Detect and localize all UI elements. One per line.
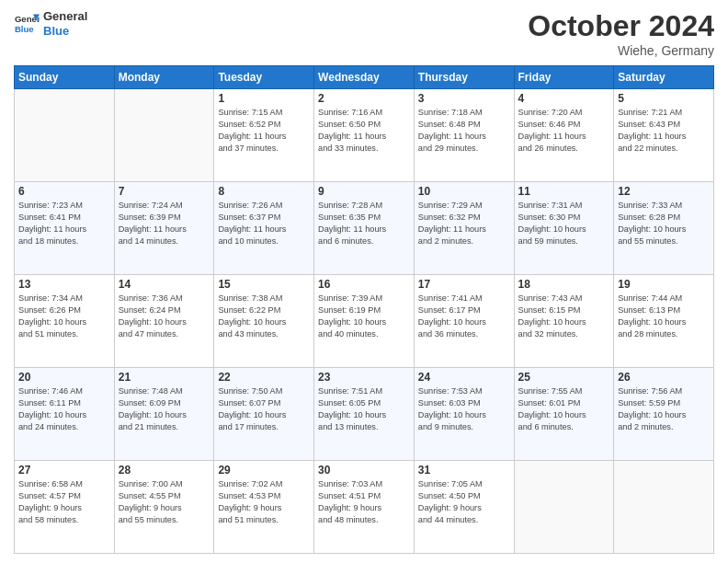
week-row-5: 27Sunrise: 6:58 AMSunset: 4:57 PMDayligh… (15, 461, 714, 554)
day-number: 12 (618, 185, 710, 198)
column-header-wednesday: Wednesday (314, 66, 415, 89)
day-number: 6 (18, 185, 110, 198)
column-header-friday: Friday (514, 66, 614, 89)
day-info: Sunrise: 7:53 AMSunset: 6:03 PMDaylight:… (418, 385, 510, 433)
calendar-cell: 2Sunrise: 7:16 AMSunset: 6:50 PMDaylight… (314, 89, 415, 182)
week-row-4: 20Sunrise: 7:46 AMSunset: 6:11 PMDayligh… (15, 368, 714, 461)
calendar-cell: 10Sunrise: 7:29 AMSunset: 6:32 PMDayligh… (414, 182, 514, 275)
calendar-cell: 5Sunrise: 7:21 AMSunset: 6:43 PMDaylight… (614, 89, 714, 182)
calendar-cell: 7Sunrise: 7:24 AMSunset: 6:39 PMDaylight… (114, 182, 214, 275)
day-number: 25 (518, 371, 610, 384)
page: General Blue General Blue October 2024 W… (0, 0, 728, 563)
week-row-1: 1Sunrise: 7:15 AMSunset: 6:52 PMDaylight… (15, 89, 714, 182)
day-number: 27 (18, 464, 110, 477)
day-info: Sunrise: 7:03 AMSunset: 4:51 PMDaylight:… (318, 478, 410, 526)
day-number: 15 (218, 278, 310, 291)
day-number: 2 (318, 92, 410, 105)
day-number: 23 (318, 371, 410, 384)
column-header-sunday: Sunday (15, 66, 115, 89)
title-block: October 2024 Wiehe, Germany (528, 9, 714, 58)
day-number: 16 (318, 278, 410, 291)
day-info: Sunrise: 7:44 AMSunset: 6:13 PMDaylight:… (618, 293, 710, 340)
logo-text-general: General (43, 9, 87, 24)
calendar-cell (514, 461, 614, 554)
day-info: Sunrise: 7:51 AMSunset: 6:05 PMDaylight:… (318, 385, 410, 433)
day-info: Sunrise: 7:00 AMSunset: 4:55 PMDaylight:… (119, 478, 210, 526)
logo: General Blue General Blue (14, 9, 87, 38)
day-info: Sunrise: 7:48 AMSunset: 6:09 PMDaylight:… (119, 385, 210, 433)
calendar-cell: 20Sunrise: 7:46 AMSunset: 6:11 PMDayligh… (15, 368, 115, 461)
day-number: 1 (218, 92, 310, 105)
day-info: Sunrise: 7:50 AMSunset: 6:07 PMDaylight:… (218, 385, 310, 433)
day-number: 28 (119, 464, 210, 477)
day-info: Sunrise: 7:20 AMSunset: 6:46 PMDaylight:… (518, 107, 610, 155)
day-number: 20 (18, 371, 110, 384)
day-info: Sunrise: 7:41 AMSunset: 6:17 PMDaylight:… (418, 293, 510, 340)
day-number: 18 (518, 278, 610, 291)
day-info: Sunrise: 7:21 AMSunset: 6:43 PMDaylight:… (618, 107, 710, 155)
calendar-cell: 11Sunrise: 7:31 AMSunset: 6:30 PMDayligh… (514, 182, 614, 275)
month-title: October 2024 (528, 9, 714, 43)
column-header-thursday: Thursday (414, 66, 514, 89)
column-header-tuesday: Tuesday (214, 66, 314, 89)
calendar-cell: 13Sunrise: 7:34 AMSunset: 6:26 PMDayligh… (15, 275, 115, 368)
calendar-cell: 24Sunrise: 7:53 AMSunset: 6:03 PMDayligh… (414, 368, 514, 461)
column-header-saturday: Saturday (614, 66, 714, 89)
day-number: 9 (318, 185, 410, 198)
day-number: 22 (218, 371, 310, 384)
calendar-cell: 31Sunrise: 7:05 AMSunset: 4:50 PMDayligh… (414, 461, 514, 554)
calendar-cell: 9Sunrise: 7:28 AMSunset: 6:35 PMDaylight… (314, 182, 415, 275)
day-info: Sunrise: 7:29 AMSunset: 6:32 PMDaylight:… (418, 200, 510, 247)
day-number: 3 (418, 92, 510, 105)
day-number: 31 (418, 464, 510, 477)
day-number: 5 (618, 92, 710, 105)
calendar-cell: 8Sunrise: 7:26 AMSunset: 6:37 PMDaylight… (214, 182, 314, 275)
calendar-cell: 27Sunrise: 6:58 AMSunset: 4:57 PMDayligh… (15, 461, 115, 554)
day-number: 24 (418, 371, 510, 384)
day-info: Sunrise: 7:23 AMSunset: 6:41 PMDaylight:… (18, 200, 110, 247)
logo-icon: General Blue (14, 11, 40, 37)
calendar-cell (114, 89, 214, 182)
day-info: Sunrise: 7:05 AMSunset: 4:50 PMDaylight:… (418, 478, 510, 526)
day-number: 4 (518, 92, 610, 105)
day-info: Sunrise: 7:18 AMSunset: 6:48 PMDaylight:… (418, 107, 510, 155)
day-number: 11 (518, 185, 610, 198)
day-info: Sunrise: 7:31 AMSunset: 6:30 PMDaylight:… (518, 200, 610, 247)
day-number: 19 (618, 278, 710, 291)
day-info: Sunrise: 7:33 AMSunset: 6:28 PMDaylight:… (618, 200, 710, 247)
logo-text-blue: Blue (43, 24, 87, 39)
day-info: Sunrise: 7:02 AMSunset: 4:53 PMDaylight:… (218, 478, 310, 526)
day-info: Sunrise: 7:26 AMSunset: 6:37 PMDaylight:… (218, 200, 310, 247)
calendar-cell: 15Sunrise: 7:38 AMSunset: 6:22 PMDayligh… (214, 275, 314, 368)
day-info: Sunrise: 7:16 AMSunset: 6:50 PMDaylight:… (318, 107, 410, 155)
day-info: Sunrise: 7:46 AMSunset: 6:11 PMDaylight:… (18, 385, 110, 433)
calendar-cell: 16Sunrise: 7:39 AMSunset: 6:19 PMDayligh… (314, 275, 415, 368)
day-headers-row: SundayMondayTuesdayWednesdayThursdayFrid… (15, 66, 714, 89)
calendar-cell: 1Sunrise: 7:15 AMSunset: 6:52 PMDaylight… (214, 89, 314, 182)
day-info: Sunrise: 7:28 AMSunset: 6:35 PMDaylight:… (318, 200, 410, 247)
day-number: 17 (418, 278, 510, 291)
day-number: 29 (218, 464, 310, 477)
calendar-cell: 21Sunrise: 7:48 AMSunset: 6:09 PMDayligh… (114, 368, 214, 461)
calendar-cell: 30Sunrise: 7:03 AMSunset: 4:51 PMDayligh… (314, 461, 415, 554)
calendar-cell (15, 89, 115, 182)
column-header-monday: Monday (114, 66, 214, 89)
calendar-cell: 26Sunrise: 7:56 AMSunset: 5:59 PMDayligh… (614, 368, 714, 461)
location: Wiehe, Germany (528, 43, 714, 58)
calendar-cell: 22Sunrise: 7:50 AMSunset: 6:07 PMDayligh… (214, 368, 314, 461)
day-info: Sunrise: 7:55 AMSunset: 6:01 PMDaylight:… (518, 385, 610, 433)
day-number: 30 (318, 464, 410, 477)
day-number: 21 (119, 371, 210, 384)
day-number: 13 (18, 278, 110, 291)
calendar-cell: 12Sunrise: 7:33 AMSunset: 6:28 PMDayligh… (614, 182, 714, 275)
day-number: 8 (218, 185, 310, 198)
calendar-table: SundayMondayTuesdayWednesdayThursdayFrid… (14, 65, 714, 554)
day-info: Sunrise: 7:38 AMSunset: 6:22 PMDaylight:… (218, 293, 310, 340)
calendar-cell: 18Sunrise: 7:43 AMSunset: 6:15 PMDayligh… (514, 275, 614, 368)
calendar-cell (614, 461, 714, 554)
day-info: Sunrise: 6:58 AMSunset: 4:57 PMDaylight:… (18, 478, 110, 526)
day-info: Sunrise: 7:39 AMSunset: 6:19 PMDaylight:… (318, 293, 410, 340)
week-row-3: 13Sunrise: 7:34 AMSunset: 6:26 PMDayligh… (15, 275, 714, 368)
day-number: 7 (119, 185, 210, 198)
day-info: Sunrise: 7:56 AMSunset: 5:59 PMDaylight:… (618, 385, 710, 433)
